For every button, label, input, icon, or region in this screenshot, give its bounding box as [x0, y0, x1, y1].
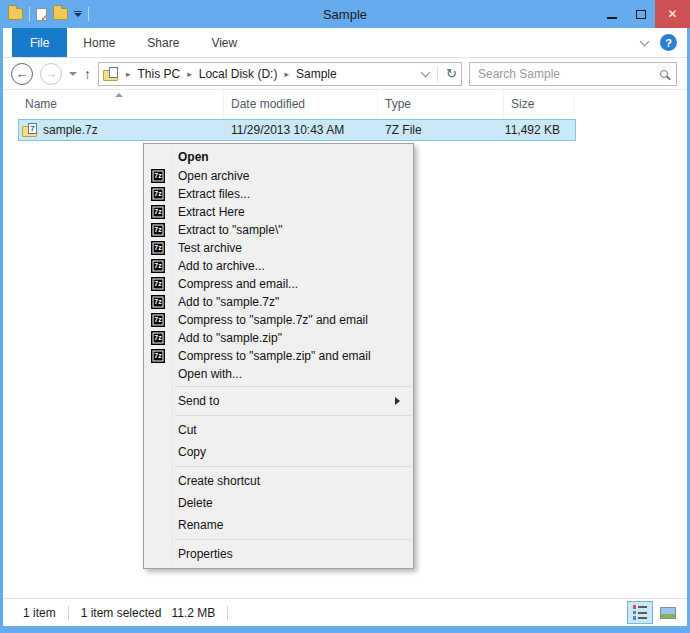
navigation-bar: ← → ↑ ▸ This PC ▸ Local Disk (D:) ▸ Samp…: [3, 58, 687, 90]
breadcrumb-separator: ▸: [184, 69, 195, 79]
window-title: Sample: [0, 7, 690, 22]
file-name: sample.7z: [43, 123, 224, 137]
explorer-window: ✓ Sample ✕ File Home Share View ? ← →: [0, 0, 690, 633]
qat-separator: [88, 7, 89, 21]
tab-view[interactable]: View: [195, 28, 253, 57]
menu-item-test-archive[interactable]: 7zTest archive: [144, 239, 413, 257]
7zip-icon: 7z: [151, 349, 165, 363]
breadcrumb-separator: ▸: [281, 69, 292, 79]
address-bar[interactable]: ▸ This PC ▸ Local Disk (D:) ▸ Sample ↻: [98, 62, 462, 86]
menu-item-extract-to-sample[interactable]: 7zExtract to "sample\": [144, 221, 413, 239]
file-type: 7Z File: [378, 123, 504, 137]
menu-item-properties[interactable]: Properties: [144, 543, 413, 565]
qat-separator: [29, 7, 30, 21]
7zip-icon: 7z: [151, 223, 165, 237]
7zip-icon: 7z: [151, 205, 165, 219]
refresh-icon[interactable]: ↻: [446, 66, 457, 81]
7zip-icon: 7z: [151, 313, 165, 327]
thumbnails-view-button[interactable]: [655, 601, 681, 624]
menu-item-cut[interactable]: Cut: [144, 419, 413, 441]
submenu-arrow-icon: [395, 397, 400, 405]
7zip-icon: 7z: [151, 169, 165, 183]
new-folder-icon[interactable]: [53, 8, 68, 20]
status-bar: 1 item 1 item selected 11.2 MB: [3, 598, 687, 626]
menu-item-create-shortcut[interactable]: Create shortcut: [144, 470, 413, 492]
menu-item-compress-to-sample-zip-and-email[interactable]: 7zCompress to "sample.zip" and email: [144, 347, 413, 365]
up-button[interactable]: ↑: [84, 66, 91, 82]
menu-separator: [175, 386, 411, 387]
menu-item-open-with[interactable]: Open with...: [144, 365, 413, 383]
menu-item-send-to[interactable]: Send to: [144, 390, 413, 412]
column-header-name[interactable]: Name: [18, 90, 223, 118]
7zip-icon: 7z: [151, 331, 165, 345]
menu-separator: [175, 539, 411, 540]
quick-access-toolbar: ✓: [0, 7, 89, 21]
column-header-date-modified[interactable]: Date modified: [223, 90, 377, 118]
file-date-modified: 11/29/2013 10:43 AM: [224, 123, 378, 137]
breadcrumb-separator: ▸: [123, 69, 134, 79]
maximize-icon: [636, 10, 646, 19]
file-list-area[interactable]: Name Date modified Type Size 7 sample.7z…: [3, 90, 687, 598]
7zip-icon: 7z: [151, 277, 165, 291]
breadcrumb-sample[interactable]: Sample: [296, 67, 337, 81]
column-header-size[interactable]: Size: [503, 90, 573, 118]
properties-icon[interactable]: ✓: [36, 8, 47, 21]
7zip-icon: 7z: [151, 295, 165, 309]
caption-buttons: ✕: [597, 0, 690, 28]
address-folder-icon: [103, 67, 119, 81]
column-header-type[interactable]: Type: [377, 90, 503, 118]
status-separator: [68, 606, 69, 620]
menu-item-open-archive[interactable]: 7zOpen archive: [144, 167, 413, 185]
selected-size: 11.2 MB: [171, 606, 215, 620]
file-size: 11,492 KB: [504, 123, 566, 137]
tab-home[interactable]: Home: [67, 28, 131, 57]
file-row-selected[interactable]: 7 sample.7z 11/29/2013 10:43 AM 7Z File …: [18, 119, 576, 141]
search-input[interactable]: Search Sample: [469, 62, 677, 86]
customize-qat-icon[interactable]: [74, 11, 82, 18]
breadcrumb-this-pc[interactable]: This PC: [138, 67, 181, 81]
7zip-icon: 7z: [151, 187, 165, 201]
menu-item-add-to-sample-zip[interactable]: 7zAdd to "sample.zip": [144, 329, 413, 347]
check-glyph: ✓: [41, 13, 49, 23]
forward-button[interactable]: →: [40, 63, 62, 85]
menu-item-copy[interactable]: Copy: [144, 441, 413, 463]
close-button[interactable]: ✕: [655, 0, 690, 28]
status-separator: [227, 606, 228, 620]
maximize-button[interactable]: [626, 0, 655, 28]
ribbon-tabs: File Home Share View ?: [3, 28, 687, 58]
search-placeholder: Search Sample: [478, 67, 660, 81]
breadcrumb-local-disk-d[interactable]: Local Disk (D:): [199, 67, 278, 81]
minimize-icon: [607, 17, 617, 19]
7z-file-icon-glyph: 7: [28, 123, 37, 134]
context-menu: Open 7zOpen archive 7zExtract files... 7…: [143, 143, 414, 569]
help-icon[interactable]: ?: [660, 34, 677, 51]
menu-item-add-to-archive[interactable]: 7zAdd to archive...: [144, 257, 413, 275]
back-button[interactable]: ←: [11, 63, 33, 85]
recent-locations-icon[interactable]: [69, 72, 77, 76]
column-headers: Name Date modified Type Size: [3, 90, 687, 118]
thumbnails-view-icon: [660, 607, 676, 619]
explorer-app-icon[interactable]: [8, 8, 23, 20]
menu-item-compress-to-sample-7z-and-email[interactable]: 7zCompress to "sample.7z" and email: [144, 311, 413, 329]
search-icon[interactable]: [660, 70, 668, 78]
tab-file[interactable]: File: [12, 28, 67, 57]
expand-ribbon-icon[interactable]: [640, 36, 650, 46]
address-dropdown-icon[interactable]: [421, 67, 431, 77]
menu-item-delete[interactable]: Delete: [144, 492, 413, 514]
tab-share[interactable]: Share: [131, 28, 195, 57]
menu-item-compress-and-email[interactable]: 7zCompress and email...: [144, 275, 413, 293]
7zip-icon: 7z: [151, 259, 165, 273]
minimize-button[interactable]: [597, 0, 626, 28]
menu-item-extract-files[interactable]: 7zExtract files...: [144, 185, 413, 203]
7z-file-icon: 7: [22, 123, 38, 137]
menu-item-add-to-sample-7z[interactable]: 7zAdd to "sample.7z": [144, 293, 413, 311]
title-bar: ✓ Sample ✕: [0, 0, 690, 28]
menu-item-extract-here[interactable]: 7zExtract Here: [144, 203, 413, 221]
close-icon: ✕: [667, 7, 677, 21]
menu-item-open[interactable]: Open: [144, 147, 413, 167]
menu-item-rename[interactable]: Rename: [144, 514, 413, 536]
selected-count: 1 item selected: [81, 606, 162, 620]
item-count: 1 item: [23, 606, 56, 620]
ribbon-right-controls: ?: [641, 28, 677, 57]
details-view-button[interactable]: [627, 601, 653, 624]
